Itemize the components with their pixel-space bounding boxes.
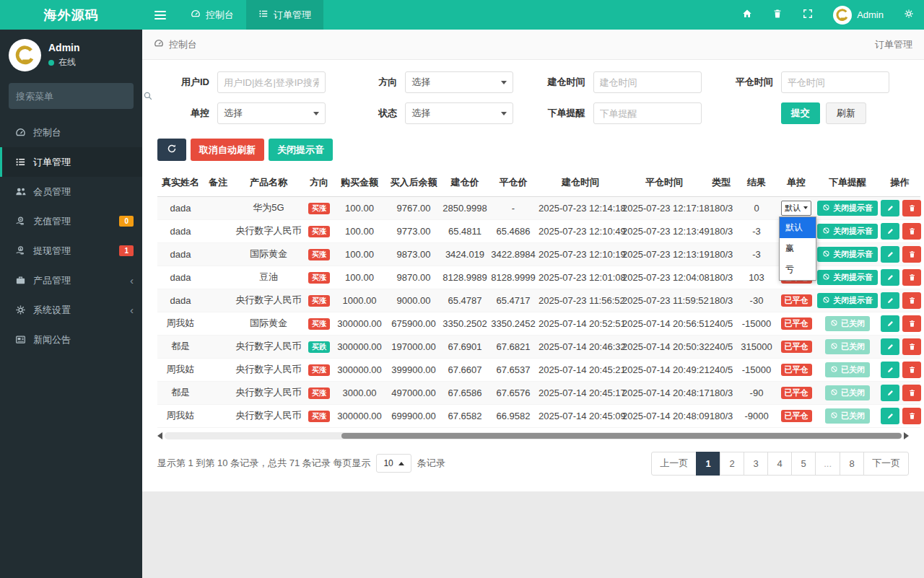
close-sound-row-button[interactable]: 关闭提示音 [817, 224, 878, 239]
brand-logo: 海外源码 [0, 0, 142, 30]
scroll-right-arrow[interactable] [904, 432, 909, 439]
delete-button[interactable] [902, 223, 921, 240]
page-button-8[interactable]: 8 [840, 452, 864, 476]
sidebar-item-product[interactable]: 产品管理‹ [0, 266, 142, 295]
column-header: 购买金额 [334, 170, 385, 196]
refresh-table-button[interactable] [157, 139, 186, 161]
delete-button[interactable] [902, 385, 921, 401]
close-sound-row-button[interactable]: 关闭提示音 [817, 270, 878, 285]
cell-balance-after: 9767.00 [385, 196, 442, 219]
sidebar-toggle[interactable] [142, 0, 178, 30]
edit-button[interactable] [881, 385, 899, 401]
open-time-input[interactable] [593, 71, 702, 93]
scrollbar-track[interactable] [165, 432, 902, 439]
cell-amount: 300000.00 [334, 312, 385, 335]
close-sound-button[interactable]: 关闭提示音 [269, 139, 333, 161]
chevron-down-icon [501, 81, 507, 84]
control-select[interactable]: 选择 [217, 102, 326, 124]
delete-button[interactable] [902, 362, 921, 378]
filter-label: 建仓时间 [533, 76, 585, 89]
delete-button[interactable] [902, 408, 921, 424]
dropdown-option[interactable]: 亏 [780, 259, 816, 280]
direction-badge: 买跌 [308, 341, 330, 353]
prev-page-button[interactable]: 上一页 [651, 452, 697, 476]
home-button[interactable] [732, 9, 762, 21]
sidebar-item-list[interactable]: 订单管理 [0, 147, 142, 177]
page-button-3[interactable]: 3 [744, 452, 768, 476]
settings-button[interactable] [894, 9, 924, 21]
submit-button[interactable]: 提交 [781, 102, 820, 124]
sidebar-item-settings[interactable]: 系统设置‹ [0, 295, 142, 325]
sidebar-search[interactable] [9, 83, 134, 109]
next-page-button[interactable]: 下一页 [863, 452, 909, 476]
edit-button[interactable] [881, 408, 899, 424]
close-sound-row-button[interactable]: 关闭提示音 [817, 201, 878, 216]
page-button-1[interactable]: 1 [696, 452, 720, 476]
cell-control: 已平仓 [777, 335, 816, 358]
status-select[interactable]: 选择 [405, 102, 513, 124]
cell-actions [879, 219, 920, 242]
cell-reminder: 已关闭 [816, 335, 879, 358]
cell-type: 240/5 [706, 335, 736, 358]
user-id-input[interactable] [217, 71, 326, 93]
edit-button[interactable] [881, 200, 899, 216]
nav-tab-orders[interactable]: 订单管理 [246, 0, 323, 30]
edit-button[interactable] [881, 246, 899, 263]
delete-button[interactable] [902, 315, 921, 332]
sidebar-item-news[interactable]: 新闻公告 [0, 325, 142, 354]
ban-icon [822, 296, 830, 305]
breadcrumb: 控制台 订单管理 [142, 30, 924, 60]
cell-direction: 买涨 [305, 266, 334, 289]
column-header: 单控 [777, 170, 816, 196]
content-panel: 用户ID方向选择建仓时间平仓时间单控选择状态选择下单提醒提交刷新 取消自动刷新 … [142, 60, 924, 491]
cell-reminder: 关闭提示音 [816, 242, 879, 266]
close-sound-row-button[interactable]: 关闭提示音 [817, 247, 878, 262]
cell-open-time: 2025-07-23 12:10:19 [539, 242, 622, 266]
page-size-select[interactable]: 10 [376, 454, 411, 473]
cell-close-price: 3422.8984 [488, 242, 539, 266]
fullscreen-button[interactable] [793, 9, 823, 21]
edit-button[interactable] [881, 269, 899, 286]
cell-amount: 100.00 [334, 242, 385, 266]
pagination: 上一页12345...8下一页 [651, 452, 909, 476]
edit-button[interactable] [881, 315, 899, 332]
page-button-4[interactable]: 4 [767, 452, 792, 476]
edit-button[interactable] [881, 338, 899, 355]
scroll-left-arrow[interactable] [157, 432, 162, 439]
edit-button[interactable] [881, 292, 899, 309]
page-button-5[interactable]: 5 [791, 452, 816, 476]
reminder-input[interactable] [593, 102, 702, 124]
sidebar-item-dashboard[interactable]: 控制台 [0, 118, 142, 147]
page-button-2[interactable]: 2 [720, 452, 744, 476]
delete-button[interactable] [902, 292, 921, 309]
delete-button[interactable] [902, 338, 921, 355]
cancel-auto-refresh-button[interactable]: 取消自动刷新 [191, 139, 264, 161]
sidebar-item-users[interactable]: 会员管理 [0, 177, 142, 206]
cell-balance-after: 675900.00 [385, 312, 442, 335]
delete-button[interactable] [902, 269, 921, 286]
user-menu[interactable]: Admin [823, 6, 894, 25]
close-sound-row-button[interactable]: 关闭提示音 [817, 293, 878, 308]
filter-field-control: 单控选择 [157, 102, 345, 124]
edit-button[interactable] [881, 362, 899, 378]
dropdown-option[interactable]: 默认 [780, 217, 816, 238]
sidebar-item-recharge[interactable]: 充值管理0 [0, 206, 142, 236]
close-time-input[interactable] [781, 71, 889, 93]
cell-product: 豆油 [232, 266, 305, 289]
control-select[interactable]: 默认 [781, 201, 811, 216]
edit-button[interactable] [881, 223, 899, 240]
direction-select[interactable]: 选择 [405, 71, 513, 93]
column-header: 建仓时间 [539, 170, 622, 196]
withdraw-icon [14, 245, 26, 256]
sidebar-search-input[interactable] [16, 91, 143, 102]
refresh-button[interactable]: 刷新 [826, 102, 866, 124]
clear-cache-button[interactable] [762, 9, 793, 21]
delete-button[interactable] [902, 200, 921, 216]
nav-tab-dashboard[interactable]: 控制台 [178, 0, 246, 30]
cell-product: 国际黄金 [232, 242, 305, 266]
scrollbar-thumb[interactable] [341, 433, 902, 439]
dropdown-option[interactable]: 赢 [780, 238, 816, 259]
sidebar-item-withdraw[interactable]: 提现管理1 [0, 236, 142, 266]
delete-button[interactable] [902, 246, 921, 263]
ban-icon [822, 227, 830, 236]
